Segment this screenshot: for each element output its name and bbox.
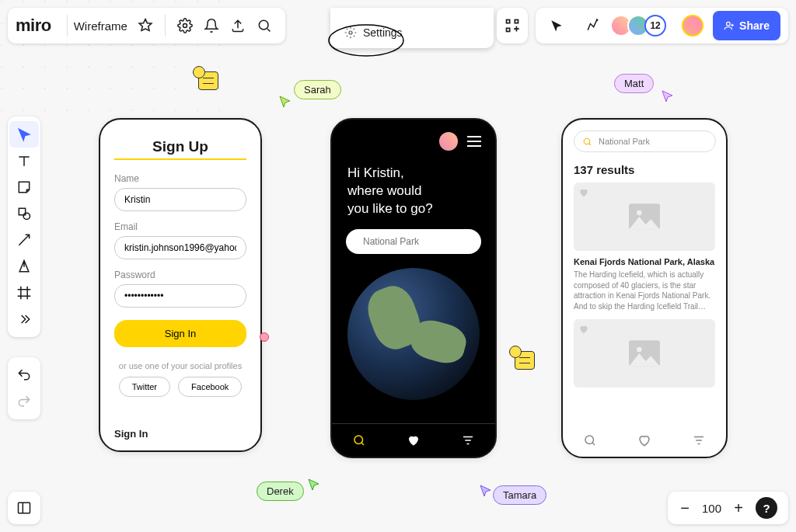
star-icon[interactable] — [137, 17, 154, 34]
top-right-cluster: 12 Share — [497, 8, 788, 43]
avatar-count[interactable]: 12 — [644, 15, 666, 37]
svg-point-17 — [584, 138, 590, 144]
mockup-signup[interactable]: Sign Up Name Email Password Sign In or u… — [99, 118, 262, 452]
more-tools[interactable] — [9, 306, 39, 332]
svg-point-7 — [349, 31, 352, 34]
mockup-results[interactable]: 137 results Kenai Fjords National Park, … — [561, 118, 728, 458]
profile-avatar[interactable] — [439, 132, 458, 151]
select-tool[interactable] — [9, 121, 39, 148]
text-tool[interactable] — [9, 148, 39, 174]
svg-rect-10 — [515, 20, 518, 23]
sticky-note[interactable] — [515, 351, 535, 370]
search-field[interactable] — [574, 130, 716, 152]
svg-point-13 — [23, 213, 30, 219]
svg-point-19 — [637, 210, 642, 216]
help-button[interactable]: ? — [756, 497, 777, 519]
cursor-matt — [661, 89, 675, 103]
signup-title: Sign Up — [100, 138, 260, 155]
email-input[interactable] — [114, 236, 246, 259]
present-cluster: 12 Share — [536, 8, 788, 43]
svg-rect-14 — [19, 502, 30, 513]
name-input[interactable] — [114, 188, 246, 211]
zoom-in-button[interactable]: + — [732, 499, 745, 517]
facebook-button[interactable]: Facebook — [178, 377, 242, 397]
current-user-avatar[interactable] — [682, 15, 703, 37]
settings-dropdown: Settings — [330, 8, 494, 48]
results-count: 137 results — [574, 163, 715, 176]
divider — [114, 158, 246, 160]
svg-point-22 — [585, 436, 594, 444]
favorite-icon[interactable] — [578, 324, 589, 338]
name-label: Name — [114, 173, 139, 184]
nav-search-icon[interactable] — [583, 433, 597, 447]
top-toolbar: miro Wireframe — [8, 8, 285, 43]
nav-heart-icon[interactable] — [637, 433, 651, 447]
pen-tool[interactable] — [9, 253, 39, 280]
reactions-icon[interactable] — [584, 17, 601, 34]
settings-label: Settings — [363, 26, 403, 39]
user-tag-sarah: Sarah — [294, 80, 341, 99]
image-icon — [629, 340, 660, 367]
settings-icon[interactable] — [176, 17, 194, 34]
menu-icon[interactable] — [467, 136, 481, 147]
svg-point-6 — [259, 20, 268, 30]
board-name[interactable]: Wireframe — [74, 19, 127, 33]
cursor-tamara — [479, 484, 493, 498]
frames-panel-button[interactable] — [8, 492, 40, 524]
nav-filter-icon[interactable] — [692, 433, 706, 447]
shape-tool[interactable] — [9, 200, 39, 227]
or-text: or use one of your social profiles — [100, 361, 260, 370]
user-plus-icon — [724, 20, 735, 31]
gear-icon — [344, 26, 357, 39]
settings-menu-item[interactable]: Settings — [344, 26, 403, 39]
signin-link[interactable]: Sign In — [114, 428, 148, 440]
nav-heart-icon[interactable] — [407, 433, 421, 447]
undo-button[interactable] — [9, 362, 39, 388]
globe-image — [347, 268, 480, 400]
svg-point-5 — [183, 24, 187, 28]
sticky-note[interactable] — [198, 71, 218, 90]
miro-logo[interactable]: miro — [16, 16, 51, 36]
mockup-home[interactable]: Hi Kristin, where would you like to go? — [330, 118, 497, 458]
connector-handle[interactable] — [260, 332, 269, 342]
card-title: Kenai Fjords National Park, Alaska — [574, 257, 715, 266]
redo-button[interactable] — [9, 388, 39, 415]
apps-icon — [504, 18, 520, 33]
image-placeholder — [574, 183, 715, 251]
cursor-sarah — [278, 95, 292, 109]
twitter-button[interactable]: Twitter — [119, 377, 170, 397]
result-card[interactable]: Kenai Fjords National Park, Alaska The H… — [574, 183, 715, 311]
panel-icon — [16, 500, 32, 516]
share-button[interactable]: Share — [713, 11, 780, 40]
sticky-note-tool[interactable] — [9, 174, 39, 200]
arrow-tool[interactable] — [9, 227, 39, 253]
undo-redo-toolbar — [8, 357, 40, 419]
nav-filter-icon[interactable] — [461, 433, 475, 447]
search-icon[interactable] — [256, 17, 273, 34]
svg-point-12 — [727, 22, 731, 26]
nav-search-icon[interactable] — [352, 433, 366, 447]
image-placeholder — [574, 319, 715, 388]
zoom-value[interactable]: 100 — [702, 502, 721, 515]
left-toolbar — [8, 116, 40, 337]
password-input[interactable] — [114, 284, 246, 308]
card-description: The Harding Icefield, which is actually … — [574, 269, 715, 311]
share-label: Share — [739, 19, 770, 32]
search-input[interactable] — [361, 235, 481, 248]
password-label: Password — [114, 269, 155, 280]
search-input[interactable] — [597, 136, 707, 147]
search-icon — [582, 137, 592, 147]
apps-button[interactable] — [497, 8, 528, 43]
signin-button[interactable]: Sign In — [114, 320, 246, 347]
bell-icon[interactable] — [203, 17, 220, 34]
search-field[interactable] — [346, 229, 481, 254]
frame-tool[interactable] — [9, 280, 39, 306]
svg-rect-11 — [507, 28, 510, 31]
favorite-icon[interactable] — [578, 187, 589, 201]
result-card[interactable] — [574, 319, 715, 388]
collaborator-avatars[interactable]: 12 — [615, 15, 666, 37]
zoom-out-button[interactable]: − — [679, 499, 691, 517]
cursor-icon[interactable] — [548, 17, 565, 34]
cursor-derek — [307, 478, 321, 492]
export-icon[interactable] — [229, 17, 246, 34]
